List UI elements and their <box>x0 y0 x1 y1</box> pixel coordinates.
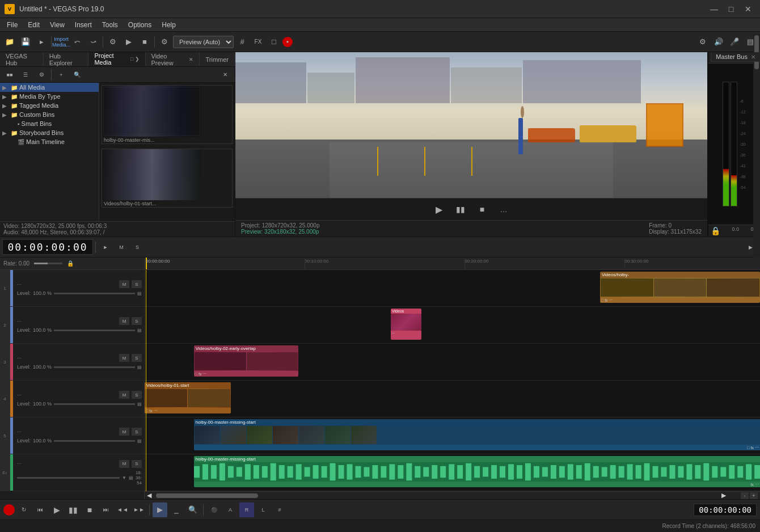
pb-split-tool[interactable]: ⎯ <box>169 503 184 517</box>
clip-3-1[interactable]: Videos/holby-02-early-overlap □ fx ⋯ <box>194 345 298 377</box>
preview-play-btn[interactable]: ▶ <box>432 202 446 217</box>
track-s-btn-6[interactable]: S <box>132 460 142 468</box>
pb-grid-btn[interactable]: # <box>272 503 287 517</box>
toolbar-audio-in[interactable]: 🎤 <box>727 35 742 49</box>
tree-storyboard-bins[interactable]: ▶ 📁 Storyboard Bins <box>0 128 99 137</box>
menu-edit[interactable]: Edit <box>23 20 44 30</box>
hscroll-thumb[interactable] <box>156 493 258 498</box>
tab-project-media[interactable]: Project Media □ ❯ <box>88 52 145 66</box>
pb-link-btn[interactable]: L <box>256 503 271 517</box>
menu-options[interactable]: Options <box>124 20 156 30</box>
toolbar-stop[interactable]: ■ <box>137 35 152 49</box>
toolbar-preview-settings[interactable]: ⚙ <box>157 35 172 49</box>
toolbar-record[interactable]: ● <box>282 37 293 47</box>
tab-project-media-close[interactable]: ❯ <box>135 56 140 62</box>
track-s-btn-4[interactable]: S <box>132 391 142 399</box>
track-m-btn-4[interactable]: M <box>119 391 129 399</box>
record-btn[interactable] <box>3 504 15 516</box>
hscroll-left-btn[interactable]: ◀ <box>147 492 151 499</box>
pb-snap-btn[interactable]: ⚫ <box>206 503 221 517</box>
tl-btn-2[interactable]: M <box>114 240 129 255</box>
toolbar-copy-frame[interactable]: □ <box>267 35 281 49</box>
master-lock-icon[interactable]: 🔒 <box>711 226 720 235</box>
media-tb-settings[interactable]: ⚙ <box>34 67 49 82</box>
timeline-hscroll[interactable]: ◀ ▶ - + <box>145 491 760 499</box>
track-level-slider-4[interactable] <box>54 403 135 405</box>
toolbar-open-btn[interactable]: 📁 <box>2 35 17 49</box>
pb-play-btn[interactable]: ▶ <box>49 503 64 517</box>
track-m-btn-5[interactable]: M <box>119 428 129 436</box>
pb-rw-start[interactable]: ⏮ <box>33 503 48 517</box>
media-thumb-2[interactable]: Videos/holby-01-start... <box>102 149 233 208</box>
pb-ripple-btn[interactable]: R <box>239 503 254 517</box>
tree-all-media[interactable]: ▶ 📁 All Media <box>0 83 99 92</box>
pb-select-tool[interactable]: ▶ <box>153 503 167 517</box>
tl-btn-1[interactable]: ► <box>98 240 113 255</box>
preview-dropdown[interactable]: Preview (Auto) <box>173 36 234 48</box>
hscroll-right-btn[interactable]: ▶ <box>721 492 726 499</box>
menu-insert[interactable]: Insert <box>70 20 96 30</box>
track-s-btn-1[interactable]: S <box>132 280 142 288</box>
track-level-slider-2[interactable] <box>54 330 135 331</box>
tab-video-preview-close[interactable]: ✕ <box>189 57 193 62</box>
media-tb-import[interactable]: + <box>54 67 69 82</box>
track-m-btn-2[interactable]: M <box>119 317 129 325</box>
preview-stop-btn[interactable]: ■ <box>475 202 489 217</box>
tab-trimmer[interactable]: Trimmer <box>200 52 235 66</box>
menu-view[interactable]: View <box>45 20 69 30</box>
master-bus-close[interactable]: ✕ <box>751 54 755 60</box>
rate-lock-icon[interactable]: 🔒 <box>67 260 74 267</box>
preview-more-btn[interactable]: … <box>496 202 511 217</box>
toolbar-render-btn[interactable]: ▸ <box>34 35 49 49</box>
close-button[interactable]: ✕ <box>741 3 755 15</box>
media-tb-search[interactable]: 🔍 <box>70 67 85 82</box>
track-level-slider-3[interactable] <box>54 366 135 368</box>
tree-main-timeline[interactable]: 🎬 Main Timeline <box>0 137 99 146</box>
media-thumb-1[interactable]: holby-00-master-mis... <box>102 85 233 144</box>
clip-4-1[interactable]: Videos/holby-01-start □ fx ⋯ <box>145 382 231 413</box>
pb-loop-btn[interactable]: ↻ <box>16 503 31 517</box>
media-tb-grid[interactable]: ■■ <box>2 67 17 82</box>
pb-next-frame[interactable]: ►► <box>132 503 146 517</box>
maximize-button[interactable]: □ <box>724 3 738 15</box>
import-media-btn[interactable]: Import Media... <box>54 35 69 49</box>
menu-tools[interactable]: Tools <box>98 20 123 30</box>
toolbar-audio-out[interactable]: 🔊 <box>711 35 726 49</box>
tab-hub-explorer[interactable]: Hub Explorer <box>44 52 89 66</box>
track-s-btn-2[interactable]: S <box>132 317 142 325</box>
track-m-btn-1[interactable]: M <box>119 280 129 288</box>
tl-btn-3[interactable]: S <box>130 240 145 255</box>
track-s-btn-3[interactable]: S <box>132 354 142 362</box>
pb-zoom-tool[interactable]: 🔍 <box>185 503 200 517</box>
pb-auto-btn[interactable]: A <box>223 503 238 517</box>
tree-smart-bins[interactable]: ▪ Smart Bins <box>0 119 99 128</box>
toolbar-redo[interactable]: ⤻ <box>86 35 100 49</box>
pb-ff-end[interactable]: ⏭ <box>99 503 113 517</box>
tree-tagged-media[interactable]: ▶ 📁 Tagged Media <box>0 101 99 110</box>
toolbar-undo[interactable]: ⤺ <box>70 35 85 49</box>
clip-6-1[interactable]: holby-00-master-missing-start <box>194 456 760 487</box>
menu-file[interactable]: File <box>2 20 22 30</box>
zoom-in-btn[interactable]: + <box>750 492 758 499</box>
tree-media-by-type[interactable]: ▶ 📁 Media By Type <box>0 92 99 101</box>
toolbar-master-settings[interactable]: ⚙ <box>695 35 710 49</box>
pb-stop-btn[interactable]: ■ <box>82 503 97 517</box>
tree-custom-bins[interactable]: ▶ 📁 Custom Bins <box>0 110 99 119</box>
menu-help[interactable]: Help <box>157 20 180 30</box>
toolbar-settings[interactable]: ⚙ <box>105 35 120 49</box>
minimize-button[interactable]: — <box>707 3 721 15</box>
tab-video-preview[interactable]: Video Preview ✕ <box>146 52 200 66</box>
track-level-slider-6[interactable] <box>17 477 120 479</box>
preview-pause-btn[interactable]: ▮▮ <box>453 202 468 217</box>
clip-1-1[interactable]: Videos/holby- □ fx ⋯ <box>600 272 760 303</box>
track-m-btn-6[interactable]: M <box>119 460 129 468</box>
toolbar-grid[interactable]: # <box>235 35 250 49</box>
zoom-out-btn[interactable]: - <box>741 492 749 499</box>
toolbar-fx[interactable]: FX <box>251 35 265 49</box>
track-m-btn-3[interactable]: M <box>119 354 129 362</box>
media-tb-close[interactable]: ✕ <box>218 67 233 82</box>
toolbar-save-btn[interactable]: 💾 <box>18 35 33 49</box>
pb-prev-frame[interactable]: ◄◄ <box>115 503 130 517</box>
media-tb-list[interactable]: ☰ <box>18 67 33 82</box>
clip-5-1[interactable]: holby-00-master-missing-start <box>194 419 760 450</box>
